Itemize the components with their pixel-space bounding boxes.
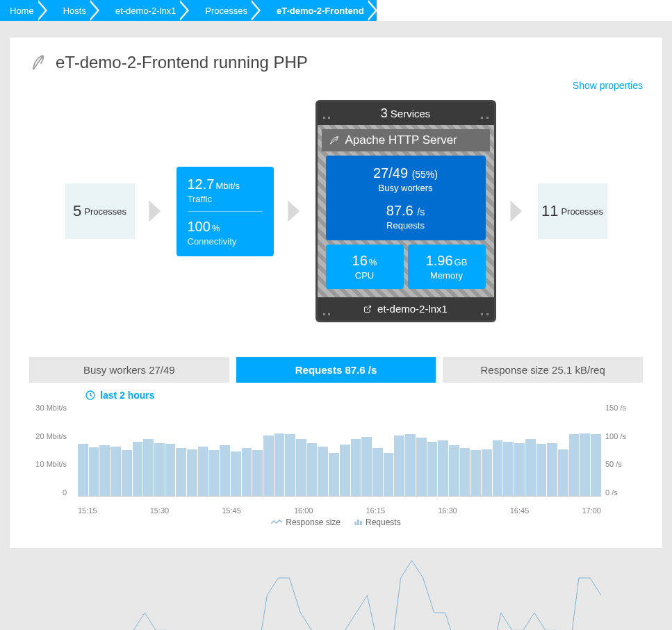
outgoing-count: 11 [541,202,558,220]
connectivity-label: Connectivity [188,236,263,247]
process-flow: 5 Processes 12.7Mbit/s Traffic 100% Conn… [29,100,643,322]
chart-timeframe: last 2 hours [85,390,643,401]
outgoing-label: Processes [561,206,603,217]
server-stats: 27/49 (55%) Busy workers 87.6 /s Request… [326,156,486,240]
feather-icon [329,135,340,146]
arrow-icon [507,199,527,224]
external-link-icon [363,305,372,313]
feather-icon [28,52,49,73]
server-card[interactable]: 3 Services Apache HTTP Server 27/49 (55%… [315,100,496,322]
page-card: eT-demo-2-Frontend running PHP Show prop… [10,38,662,548]
traffic-value: 12.7 [188,176,215,192]
chart: 30 Mbit/s20 Mbit/s10 Mbit/s0 150 /s100 /… [29,404,643,515]
incoming-count: 5 [73,202,81,220]
show-properties-link[interactable]: Show properties [573,80,643,91]
services-header: 3 Services [318,102,494,125]
tab-requests[interactable]: Requests 87.6 /s [236,357,436,383]
chart-plot[interactable] [78,404,601,497]
clock-icon [85,390,96,401]
server-host[interactable]: et-demo-2-lnx1 [318,297,494,320]
outgoing-processes-card[interactable]: 11 Processes [538,183,607,239]
arrow-icon [285,199,304,224]
breadcrumb: Home Hosts et-demo-2-lnx1 Processes eT-d… [0,0,672,21]
traffic-card[interactable]: 12.7Mbit/s Traffic 100% Connectivity [177,167,274,256]
arrow-icon [146,199,165,224]
tab-busy-workers[interactable]: Busy workers 27/49 [29,357,229,383]
x-axis: 15:1515:3015:4516:0016:1516:3016:4517:00 [78,506,601,515]
y-axis-left: 30 Mbit/s20 Mbit/s10 Mbit/s0 [29,404,71,497]
crumb-host[interactable]: et-demo-2-lnx1 [99,0,188,21]
traffic-label: Traffic [188,194,263,204]
server-name: Apache HTTP Server [322,129,490,151]
metric-tabs: Busy workers 27/49 Requests 87.6 /s Resp… [29,357,643,383]
crumb-current[interactable]: eT-demo-2-Frontend [260,0,377,21]
incoming-processes-card[interactable]: 5 Processes [65,183,135,239]
memory-stat: 1.96GBMemory [408,244,486,289]
tab-response-size[interactable]: Response size 25.1 kB/req [443,357,643,383]
y-axis-right: 150 /s100 /s50 /s0 /s [601,404,643,497]
connectivity-value: 100 [188,219,211,234]
page-title: eT-demo-2-Frontend running PHP [56,53,308,72]
incoming-label: Processes [84,206,126,217]
crumb-home[interactable]: Home [0,0,47,21]
cpu-stat: 16%CPU [326,244,404,289]
